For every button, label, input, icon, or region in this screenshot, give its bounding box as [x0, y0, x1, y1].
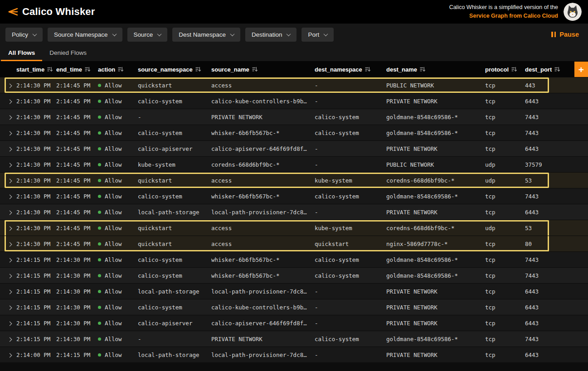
table-row[interactable]: 2:14:30 PM 2:14:45 PM Allow calico-apise… — [0, 140, 588, 156]
tab-denied-flows[interactable]: Denied Flows — [42, 45, 94, 61]
cell-source-name: access — [211, 225, 315, 231]
expand-chevron-icon[interactable] — [8, 194, 12, 199]
expand-chevron-icon[interactable] — [8, 163, 12, 167]
column-label: end_time — [56, 66, 82, 73]
cell-action-wrap: Allow — [98, 352, 138, 358]
expand-chevron-icon[interactable] — [8, 115, 12, 120]
cell-source-name: PRIVATE NETWORK — [211, 114, 315, 120]
cell-source-namespace: - — [138, 114, 211, 120]
expand-chevron-icon[interactable] — [8, 210, 12, 215]
filter-source-button[interactable]: Source — [127, 28, 168, 42]
col-action[interactable]: action — [98, 66, 138, 73]
cell-protocol: tcp — [485, 209, 525, 216]
pause-button[interactable]: Pause — [551, 31, 583, 38]
expand-chevron-icon[interactable] — [8, 131, 12, 135]
add-column-button[interactable]: + — [574, 62, 588, 77]
cell-start-time: 2:14:30 PM — [16, 130, 56, 136]
table-row[interactable]: 2:14:15 PM 2:14:30 PM Allow local-path-s… — [0, 283, 588, 299]
table-row[interactable]: 2:14:30 PM 2:14:45 PM Allow calico-syste… — [0, 188, 588, 204]
expand-chevron-icon[interactable] — [8, 99, 12, 104]
table-row[interactable]: 2:14:15 PM 2:14:30 PM Allow calico-syste… — [0, 251, 588, 267]
table-row[interactable]: 2:14:30 PM 2:14:45 PM Allow calico-syste… — [0, 93, 588, 109]
cell-dest-namespace: - — [315, 320, 386, 327]
cell-action-wrap: Allow — [98, 161, 138, 168]
cell-action: Allow — [105, 304, 122, 311]
tagline-text: Calico Whisker is a simplified version o… — [449, 4, 558, 10]
cell-dest-namespace: kube-system — [315, 225, 386, 231]
cell-dest-namespace: calico-system — [315, 272, 386, 279]
cell-dest-name: PRIVATE NETWORK — [386, 320, 485, 327]
cell-start-time: 2:14:30 PM — [16, 145, 56, 152]
table-row[interactable]: 2:14:30 PM 2:14:45 PM Allow quickstart a… — [0, 77, 588, 93]
col-source-name[interactable]: source_name — [211, 66, 315, 73]
col-dest-namespace[interactable]: dest_namespace — [315, 66, 386, 73]
pause-icon — [551, 32, 556, 37]
col-start-time[interactable]: start_time — [16, 66, 56, 73]
cell-action: Allow — [105, 82, 122, 89]
cell-start-time: 2:14:30 PM — [16, 177, 56, 184]
allow-status-dot — [98, 84, 101, 87]
col-dest-name[interactable]: dest_name — [386, 66, 485, 73]
table-row[interactable]: 2:14:30 PM 2:14:45 PM Allow calico-syste… — [0, 125, 588, 140]
table-row[interactable]: 2:14:15 PM 2:14:30 PM Allow calico-syste… — [0, 267, 588, 283]
expand-chevron-icon[interactable] — [8, 226, 12, 231]
col-end-time[interactable]: end_time — [56, 66, 98, 73]
expand-chevron-icon[interactable] — [8, 337, 12, 342]
table-row[interactable]: 2:14:15 PM 2:14:30 PM Allow - PRIVATE NE… — [0, 331, 588, 347]
cell-dest-port: 443 — [525, 82, 588, 89]
cell-action-wrap: Allow — [98, 209, 138, 216]
allow-status-dot — [98, 274, 101, 277]
cell-dest-namespace: quickstart — [315, 241, 386, 247]
expand-chevron-icon[interactable] — [8, 353, 12, 357]
expand-chevron-icon[interactable] — [8, 242, 12, 246]
cell-dest-port: 53 — [525, 225, 588, 231]
filter-dest-namespace-button[interactable]: Dest Namespace — [172, 28, 240, 42]
table-row[interactable]: 2:14:15 PM 2:14:30 PM Allow calico-syste… — [0, 299, 588, 315]
cell-protocol: udp — [485, 225, 525, 231]
expand-chevron-icon[interactable] — [8, 321, 12, 326]
sort-icon — [118, 67, 123, 72]
col-source-namespace[interactable]: source_namespace — [138, 66, 211, 73]
expand-chevron-icon[interactable] — [8, 258, 12, 262]
cell-source-name: whisker-6b6fb567bc-* — [211, 130, 315, 136]
filter-destination-button[interactable]: Destination — [245, 28, 297, 42]
expand-chevron-icon[interactable] — [8, 178, 12, 183]
tab-all-flows[interactable]: All Flows — [1, 45, 42, 61]
service-graph-link[interactable]: Service Graph from Calico Cloud — [449, 12, 558, 20]
cell-source-namespace: quickstart — [138, 82, 211, 89]
table-row[interactable]: 2:14:30 PM 2:14:45 PM Allow quickstart a… — [0, 220, 588, 236]
table-row[interactable]: 2:14:30 PM 2:14:45 PM Allow kube-system … — [0, 156, 588, 172]
expand-chevron-icon[interactable] — [8, 305, 12, 310]
table-row[interactable]: 2:14:30 PM 2:14:45 PM Allow - PRIVATE NE… — [0, 109, 588, 125]
cell-action: Allow — [105, 336, 122, 342]
expand-chevron-icon[interactable] — [8, 274, 12, 278]
table-row[interactable]: 2:14:30 PM 2:14:45 PM Allow quickstart a… — [0, 236, 588, 251]
filter-dest-namespace-label: Dest Namespace — [179, 31, 226, 38]
filter-port-button[interactable]: Port — [301, 28, 334, 42]
cell-end-time: 2:14:30 PM — [56, 288, 98, 295]
column-label: protocol — [485, 66, 509, 73]
cell-dest-namespace: - — [315, 209, 386, 216]
expand-chevron-icon[interactable] — [8, 289, 12, 294]
cell-dest-port: 6443 — [525, 352, 588, 358]
table-row[interactable]: 2:14:30 PM 2:14:45 PM Allow quickstart a… — [0, 172, 588, 188]
filter-source-namespace-button[interactable]: Source Namespace — [48, 28, 122, 42]
allow-status-dot — [98, 353, 101, 357]
table-row[interactable]: 2:14:30 PM 2:14:45 PM Allow local-path-s… — [0, 204, 588, 220]
sort-icon — [554, 67, 560, 72]
cell-source-namespace: kube-system — [138, 161, 211, 168]
cell-source-namespace: - — [138, 336, 211, 342]
cell-action: Allow — [105, 288, 122, 295]
table-row[interactable]: 2:14:15 PM 2:14:30 PM Allow calico-apise… — [0, 315, 588, 331]
col-protocol[interactable]: protocol — [485, 66, 525, 73]
expand-chevron-icon[interactable] — [8, 147, 12, 151]
column-label: action — [98, 66, 115, 73]
filter-policy-button[interactable]: Policy — [5, 28, 43, 42]
expand-chevron-icon[interactable] — [8, 83, 12, 88]
cell-source-name: local-path-provisioner-7dc8… — [211, 288, 315, 295]
allow-status-dot — [98, 211, 101, 214]
cell-end-time: 2:14:45 PM — [56, 145, 98, 152]
cell-dest-name: PRIVATE NETWORK — [386, 288, 485, 295]
table-row[interactable]: 2:14:00 PM 2:14:15 PM Allow local-path-s… — [0, 347, 588, 362]
cell-source-name: calico-apiserver-646f69fd8f… — [211, 320, 315, 327]
